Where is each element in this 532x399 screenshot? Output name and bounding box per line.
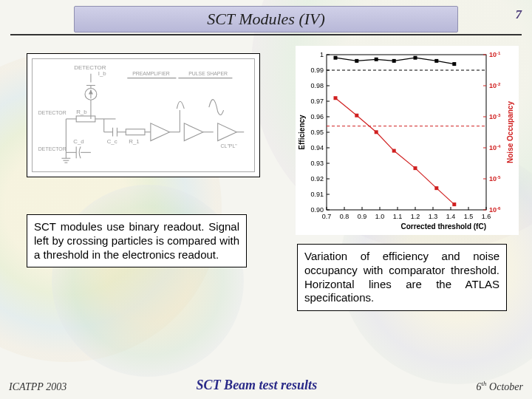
- svg-text:0.8: 0.8: [340, 213, 349, 220]
- page-title: SCT Modules (IV): [74, 6, 458, 33]
- svg-text:0.7: 0.7: [322, 213, 332, 220]
- svg-text:1.6: 1.6: [482, 213, 491, 220]
- page-number: 7: [516, 7, 522, 22]
- svg-text:0.95: 0.95: [310, 129, 324, 136]
- svg-marker-37: [218, 123, 237, 141]
- svg-text:C_d: C_d: [73, 138, 83, 145]
- svg-rect-108: [414, 56, 417, 60]
- svg-rect-113: [375, 130, 378, 134]
- svg-rect-117: [452, 202, 456, 206]
- svg-text:PULSE SHAPER: PULSE SHAPER: [188, 71, 228, 76]
- svg-rect-110: [452, 62, 456, 66]
- svg-text:0.98: 0.98: [310, 82, 324, 89]
- circuit-diagram: PREAMPLIFIER PULSE SHAPER DETECTOR I_b D…: [27, 53, 260, 177]
- svg-text:0.9: 0.9: [358, 213, 367, 220]
- svg-rect-15: [76, 116, 95, 122]
- svg-text:1.5: 1.5: [464, 213, 474, 220]
- caption-left: SCT modules use binary readout. Signal l…: [27, 214, 247, 267]
- svg-rect-112: [355, 114, 358, 117]
- svg-rect-106: [375, 58, 378, 61]
- svg-text:Corrected threshold (fC): Corrected threshold (fC): [400, 222, 486, 231]
- svg-rect-111: [334, 96, 338, 100]
- svg-text:1: 1: [320, 51, 324, 58]
- svg-text:R_b: R_b: [76, 109, 87, 115]
- svg-text:I_b: I_b: [98, 70, 107, 77]
- svg-text:R_1: R_1: [129, 138, 139, 145]
- svg-text:0.97: 0.97: [310, 98, 324, 105]
- svg-text:0.94: 0.94: [310, 144, 324, 151]
- svg-marker-10: [89, 89, 93, 94]
- svg-text:0.99: 0.99: [310, 66, 324, 74]
- svg-rect-114: [392, 149, 396, 153]
- svg-text:0.96: 0.96: [310, 113, 324, 120]
- caption-right: Variation of efficiency and noise occupa…: [297, 244, 507, 311]
- footer-date: 6th October: [477, 380, 523, 393]
- svg-rect-105: [355, 59, 358, 63]
- svg-text:0.92: 0.92: [310, 175, 324, 183]
- svg-text:10-4: 10-4: [489, 144, 501, 151]
- svg-text:CL"PL": CL"PL": [221, 143, 238, 149]
- footer: ICATPP 2003 SCT Beam test results 6th Oc…: [9, 378, 523, 393]
- svg-text:1.4: 1.4: [446, 213, 456, 220]
- svg-text:10-2: 10-2: [489, 82, 501, 89]
- svg-rect-104: [334, 56, 338, 60]
- svg-rect-107: [392, 59, 396, 63]
- svg-text:0.91: 0.91: [310, 191, 324, 198]
- svg-rect-116: [434, 186, 438, 190]
- footer-conference: ICATPP 2003: [9, 381, 66, 393]
- svg-text:DETECTOR: DETECTOR: [38, 110, 66, 115]
- svg-text:0.90: 0.90: [310, 206, 324, 214]
- svg-text:Efficiency: Efficiency: [298, 115, 306, 150]
- svg-text:10-5: 10-5: [489, 175, 501, 183]
- header-rule: [10, 34, 522, 35]
- svg-text:Noise Occupancy: Noise Occupancy: [506, 101, 514, 163]
- svg-marker-35: [184, 123, 203, 141]
- footer-title: SCT Beam test results: [66, 378, 476, 393]
- svg-text:10-6: 10-6: [489, 206, 501, 214]
- chart-svg: 0.70.80.91.01.11.21.31.41.51.60.900.910.…: [296, 46, 519, 235]
- svg-text:10-1: 10-1: [489, 51, 501, 58]
- svg-rect-24: [126, 129, 145, 135]
- svg-rect-115: [414, 166, 417, 170]
- svg-text:C_c: C_c: [107, 138, 117, 145]
- svg-text:1.2: 1.2: [411, 213, 420, 220]
- svg-marker-32: [151, 123, 170, 141]
- svg-text:DETECTOR: DETECTOR: [38, 146, 66, 151]
- svg-text:1.0: 1.0: [375, 213, 385, 220]
- svg-text:10-3: 10-3: [489, 113, 501, 120]
- svg-text:0.93: 0.93: [310, 160, 324, 167]
- svg-text:1.3: 1.3: [429, 213, 438, 220]
- efficiency-noise-chart: 0.70.80.91.01.11.21.31.41.51.60.900.910.…: [296, 46, 519, 235]
- svg-text:PREAMPLIFIER: PREAMPLIFIER: [132, 71, 170, 76]
- circuit-svg: PREAMPLIFIER PULSE SHAPER DETECTOR I_b D…: [32, 58, 255, 172]
- svg-rect-44: [327, 55, 486, 210]
- svg-rect-109: [434, 59, 438, 63]
- svg-text:1.1: 1.1: [393, 213, 403, 220]
